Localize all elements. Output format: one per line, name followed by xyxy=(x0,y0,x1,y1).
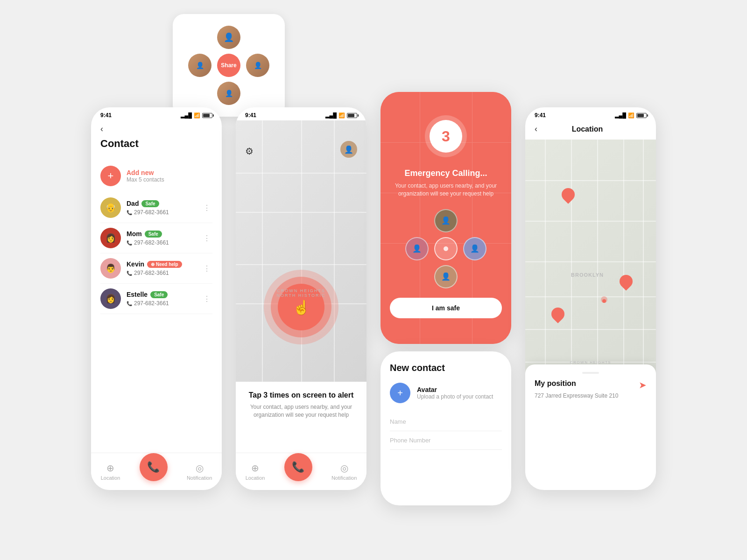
alert-mid-ring: ☝ xyxy=(271,277,331,337)
add-text: Add new Max 5 contacts xyxy=(127,169,164,183)
position-address: 727 Jarred Expressway Suite 210 xyxy=(535,392,647,399)
wifi-icon-5: 📶 xyxy=(628,112,634,119)
e-avatar-1: 👤 xyxy=(434,209,458,232)
tap-title: Tap 3 times on screen to alert xyxy=(245,391,357,399)
avatar-estelle: 👩 xyxy=(100,288,121,309)
touch-icon: ☝ xyxy=(293,299,310,315)
more-kevin[interactable]: ⋮ xyxy=(201,262,212,275)
e-row-3: 👤 xyxy=(434,265,458,288)
battery-icon-2 xyxy=(347,113,357,118)
status-icons-5: ▂▄█ 📶 xyxy=(615,112,647,119)
contact-info-estelle: Estelle Safe 📞 297-682-3661 xyxy=(127,291,196,307)
share-avatars-top: 👤 xyxy=(217,26,240,49)
upload-info: Avatar Upload a photo of your contact xyxy=(417,386,493,400)
alert-outer-ring[interactable]: ☝ xyxy=(264,270,338,344)
countdown-number: 3 xyxy=(430,120,462,153)
more-estelle[interactable]: ⋮ xyxy=(201,293,212,305)
avatar-mom: 👩 xyxy=(100,228,121,248)
nav-sos-button-1[interactable]: 📞 xyxy=(140,453,168,481)
nav-location-label-2: Location xyxy=(246,475,265,481)
add-new-row: + Add new Max 5 contacts xyxy=(91,162,222,193)
phone-location: 9:41 ▂▄█ 📶 ‹ Location BROOKLYN CROW xyxy=(525,107,656,490)
nav-notification-1[interactable]: ◎ Notification xyxy=(187,462,212,481)
share-card: 👤 👤 Share 👤 👤 xyxy=(173,14,285,117)
share-avatar-3: 👤 xyxy=(246,54,269,77)
nav-sos-button-2[interactable]: 📞 xyxy=(284,453,312,481)
e-avatar-ring xyxy=(434,237,458,260)
name-row-dad: Dad Safe xyxy=(127,200,196,207)
brooklyn-label: BROOKLYN xyxy=(571,272,604,278)
share-middle-row: 👤 Share 👤 xyxy=(188,54,269,77)
add-label: Add new xyxy=(127,169,164,176)
phone-map: 9:41 ▂▄█ 📶 ⚙ 👤 ☝ CROWN HEIGHTSNORTH HIST xyxy=(236,107,366,490)
contacts-header: ‹ Contact xyxy=(91,120,222,162)
nav-location-label-1: Location xyxy=(101,475,120,481)
location-icon-1: ⊕ xyxy=(106,462,114,474)
signal-icon-5: ▂▄█ xyxy=(615,112,626,119)
wifi-icon-2: 📶 xyxy=(338,112,345,119)
badge-mom: Safe xyxy=(145,231,162,238)
nav-location-1[interactable]: ⊕ Location xyxy=(101,462,120,481)
ring-dot xyxy=(444,246,448,251)
battery-icon-5 xyxy=(636,113,647,118)
share-button[interactable]: Share xyxy=(217,54,240,77)
time-5: 9:41 xyxy=(535,112,546,119)
notification-icon-1: ◎ xyxy=(196,462,204,474)
phone-dad: 📞 297-682-3661 xyxy=(127,209,196,216)
back-button-5[interactable]: ‹ xyxy=(535,124,537,134)
status-icons-2: ▂▄█ 📶 xyxy=(325,112,357,119)
alert-inner-circle: ☝ xyxy=(278,284,324,330)
nav-notification-label-1: Notification xyxy=(187,475,212,481)
safe-button[interactable]: I am safe xyxy=(390,298,502,318)
location-header: ‹ Location xyxy=(525,120,656,140)
badge-estelle: Safe xyxy=(150,291,168,298)
phone-contacts: 9:41 ▂▄█ 📶 ‹ Contact + Add new Max 5 con… xyxy=(91,107,222,490)
upload-avatar-button[interactable]: + xyxy=(390,383,410,403)
name-field[interactable]: Name xyxy=(390,413,502,431)
battery-icon xyxy=(202,113,212,118)
name-row-kevin: Kevin ⊕ Need help xyxy=(127,260,196,268)
add-contact-button[interactable]: + xyxy=(100,166,121,186)
phone-new-contact: New contact + Avatar Upload a photo of y… xyxy=(381,351,511,505)
avatar-label: Avatar xyxy=(417,386,493,393)
drag-handle xyxy=(582,372,599,374)
e-avatar-4: 👤 xyxy=(434,265,458,288)
phone-kevin: 📞 297-682-3661 xyxy=(127,270,196,276)
road-v3 xyxy=(334,120,335,382)
contact-item-mom: 👩 Mom Safe 📞 297-682-3661 ⋮ xyxy=(100,223,212,253)
phone-icon-kevin: 📞 xyxy=(127,271,132,276)
nav-location-2[interactable]: ⊕ Location xyxy=(246,462,265,481)
phone-number-field[interactable]: Phone Number xyxy=(390,431,502,450)
status-icons-1: ▂▄█ 📶 xyxy=(181,112,212,119)
name-kevin: Kevin xyxy=(127,260,144,268)
location-map: BROOKLYN CROWN HEIGHTSNORTH HISTORICDIST… xyxy=(525,140,656,410)
navigate-icon[interactable]: ➤ xyxy=(639,379,647,391)
phone-call-icon-1: 📞 xyxy=(147,461,160,473)
contact-item-kevin: 👨 Kevin ⊕ Need help 📞 297-682-3661 ⋮ xyxy=(100,253,212,284)
map-pin-3 xyxy=(549,305,567,323)
phone-icon-estelle: 📞 xyxy=(127,301,132,306)
position-title: My position xyxy=(535,379,576,388)
nav-notification-2[interactable]: ◎ Notification xyxy=(331,462,357,481)
name-row-estelle: Estelle Safe xyxy=(127,291,196,298)
time-1: 9:41 xyxy=(100,112,112,119)
tap-sub: Your contact, app users nearby, and your… xyxy=(245,403,357,419)
status-bar-2: 9:41 ▂▄█ 📶 xyxy=(236,107,366,120)
location-icon-2: ⊕ xyxy=(251,462,259,474)
map-pin-1 xyxy=(559,186,578,204)
share-avatar-4: 👤 xyxy=(217,82,240,105)
badge-kevin: ⊕ Need help xyxy=(147,261,182,268)
user-avatar-2: 👤 xyxy=(340,141,357,158)
nav-notification-label-2: Notification xyxy=(331,475,357,481)
more-dad[interactable]: ⋮ xyxy=(201,202,212,214)
more-mom[interactable]: ⋮ xyxy=(201,232,212,245)
contact-info-mom: Mom Safe 📞 297-682-3661 xyxy=(127,230,196,246)
back-button-1[interactable]: ‹ xyxy=(100,120,212,138)
name-estelle: Estelle xyxy=(127,291,148,298)
emergency-title: Emergency Calling... xyxy=(404,168,487,178)
badge-dad: Safe xyxy=(141,200,159,207)
map-pin-2 xyxy=(617,272,635,291)
settings-icon-2[interactable]: ⚙ xyxy=(245,146,254,157)
add-sub: Max 5 contacts xyxy=(127,176,164,183)
countdown-circle: 3 xyxy=(425,115,467,157)
